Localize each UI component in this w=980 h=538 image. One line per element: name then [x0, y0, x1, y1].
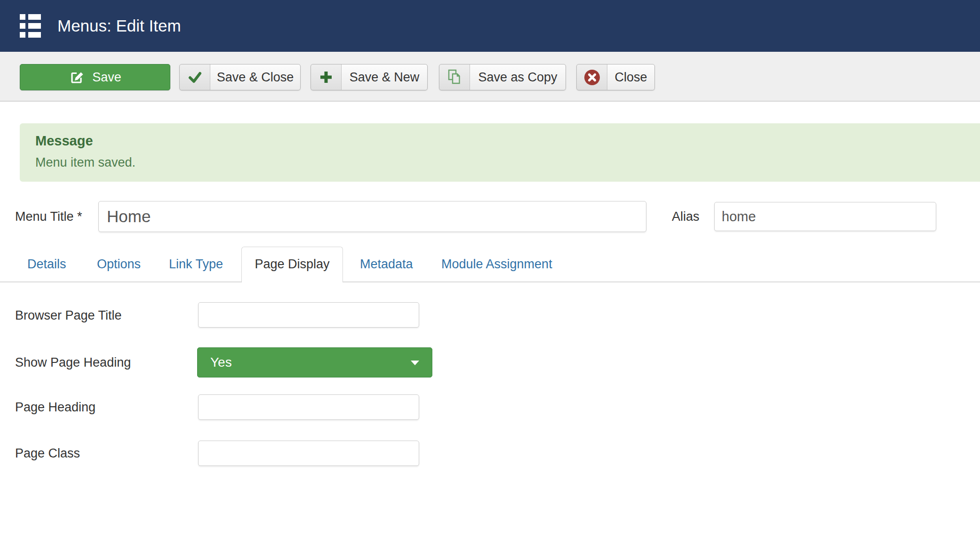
save-and-new-button[interactable]: Save & New	[311, 64, 428, 90]
tab-page-display[interactable]: Page Display	[241, 247, 343, 282]
save-as-copy-label: Save as Copy	[470, 64, 566, 90]
tab-link-type[interactable]: Link Type	[169, 247, 223, 281]
show-page-heading-label: Show Page Heading	[15, 355, 131, 369]
tab-options[interactable]: Options	[97, 247, 141, 281]
menu-title-input[interactable]	[98, 201, 646, 232]
tab-details[interactable]: Details	[27, 247, 66, 281]
page-class-input[interactable]	[198, 441, 419, 466]
menus-list-icon	[20, 14, 41, 38]
page-title: Menus: Edit Item	[57, 16, 181, 35]
message-box: Message Menu item saved.	[20, 123, 980, 182]
menus-edit-item-screen: Menus: Edit Item Save Save & Close	[0, 0, 980, 538]
edit-square-icon	[69, 69, 85, 85]
toolbar: Save Save & Close Save & New	[0, 52, 980, 102]
close-circle-icon	[577, 64, 607, 90]
show-page-heading-value: Yes	[210, 355, 232, 369]
close-label: Close	[607, 64, 654, 90]
menu-title-label: Menu Title *	[15, 209, 82, 224]
plus-icon	[311, 64, 342, 90]
save-button[interactable]: Save	[20, 64, 170, 90]
save-and-new-label: Save & New	[342, 64, 427, 90]
save-as-copy-button[interactable]: Save as Copy	[439, 64, 566, 90]
save-and-close-label: Save & Close	[210, 64, 300, 90]
show-page-heading-select[interactable]: Yes	[197, 347, 432, 377]
check-icon	[180, 64, 210, 90]
tab-bar: Details Options Link Type Page Display M…	[0, 247, 980, 282]
page-heading-input[interactable]	[198, 394, 419, 420]
chevron-down-icon	[411, 361, 419, 365]
close-button[interactable]: Close	[576, 64, 655, 90]
message-title: Message	[35, 133, 980, 149]
copy-icon	[439, 64, 470, 90]
browser-page-title-label: Browser Page Title	[15, 308, 122, 322]
save-button-label: Save	[92, 70, 121, 85]
save-and-close-button[interactable]: Save & Close	[179, 64, 301, 90]
page-heading-label: Page Heading	[15, 400, 96, 414]
tab-metadata[interactable]: Metadata	[360, 247, 413, 281]
page-class-label: Page Class	[15, 446, 80, 460]
message-body: Menu item saved.	[35, 155, 980, 170]
tab-module-assignment[interactable]: Module Assignment	[441, 247, 552, 281]
app-header: Menus: Edit Item	[0, 0, 980, 52]
alias-label: Alias	[672, 209, 700, 224]
alias-input[interactable]	[714, 202, 936, 231]
browser-page-title-input[interactable]	[198, 302, 419, 328]
